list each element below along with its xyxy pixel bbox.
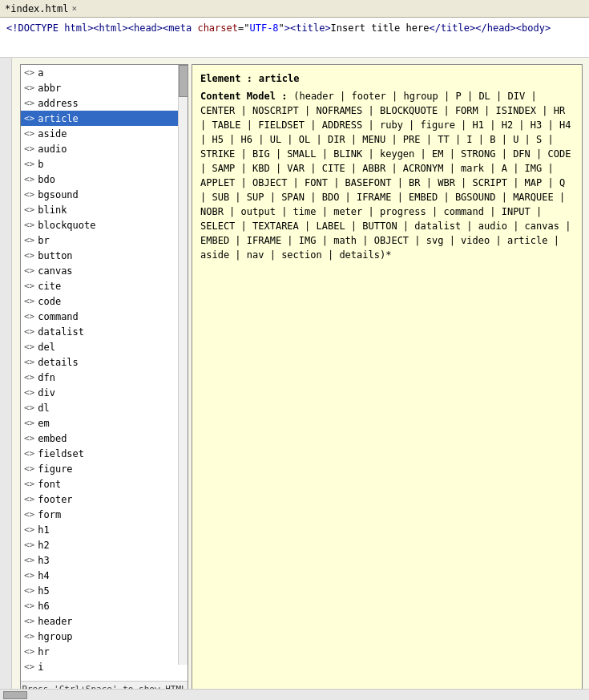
autocomplete-item[interactable]: <>hr (21, 644, 188, 659)
item-label: code (38, 296, 61, 307)
autocomplete-scrollbar[interactable] (178, 65, 188, 665)
autocomplete-item[interactable]: <>i (21, 659, 188, 674)
autocomplete-item[interactable]: <>address (21, 95, 188, 111)
autocomplete-item[interactable]: <>h3 (21, 552, 188, 568)
autocomplete-items-container: <>a<>abbr<>address<>article<>aside<>audi… (21, 65, 188, 674)
autocomplete-item[interactable]: <>blockquote (21, 217, 188, 233)
autocomplete-item[interactable]: <>datalist (21, 324, 188, 339)
autocomplete-item[interactable]: <>canvas (21, 263, 188, 278)
tag-icon: <> (24, 174, 34, 184)
item-label: bgsound (38, 189, 79, 200)
tag-icon: <> (24, 448, 34, 459)
autocomplete-item[interactable]: <>font (21, 476, 188, 492)
item-label: del (38, 342, 55, 353)
autocomplete-item[interactable]: <>bgsound (21, 187, 188, 202)
item-label: h3 (38, 555, 49, 566)
element-value: article (259, 73, 300, 84)
tag-icon: <> (24, 113, 34, 123)
editor-line-content: <!DOCTYPE html><html><head><meta charset… (6, 22, 551, 34)
item-label: fieldset (38, 448, 84, 459)
item-label: hgroup (38, 631, 72, 642)
autocomplete-item[interactable]: <>div (21, 385, 188, 400)
autocomplete-popup[interactable]: <>a<>abbr<>address<>article<>aside<>audi… (20, 64, 188, 698)
autocomplete-item[interactable]: <>h2 (21, 537, 188, 552)
tag-icon: <> (24, 601, 34, 611)
item-label: font (38, 479, 61, 490)
item-label: dfn (38, 372, 55, 383)
item-label: br (38, 235, 49, 246)
item-label: button (38, 250, 72, 261)
tag-icon: <> (24, 662, 34, 672)
autocomplete-item[interactable]: <>h6 (21, 598, 188, 613)
tag-icon: <> (24, 281, 34, 291)
tag-icon: <> (24, 357, 34, 367)
autocomplete-item[interactable]: <>command (21, 309, 188, 324)
autocomplete-item[interactable]: <>bdo (21, 172, 188, 187)
left-gutter (0, 58, 12, 699)
tag-icon: <> (24, 342, 34, 352)
item-label: audio (38, 144, 67, 155)
autocomplete-item[interactable]: <>h4 (21, 568, 188, 583)
tag-icon: <> (24, 235, 34, 245)
autocomplete-item[interactable]: <>b (21, 156, 188, 172)
autocomplete-item[interactable]: <>header (21, 613, 188, 629)
autocomplete-item[interactable]: <>footer (21, 492, 188, 507)
tag-icon: <> (24, 265, 34, 276)
element-title-row: Element : article (200, 71, 574, 86)
scrollbar-track[interactable] (179, 65, 188, 665)
autocomplete-item[interactable]: <>em (21, 415, 188, 431)
item-label: footer (38, 494, 72, 505)
item-label: h4 (38, 570, 49, 581)
tag-icon: <> (24, 296, 34, 306)
autocomplete-item[interactable]: <>details (21, 354, 188, 370)
item-label: i (38, 662, 43, 673)
autocomplete-item[interactable]: <>del (21, 339, 188, 354)
editor-area[interactable]: <!DOCTYPE html><html><head><meta charset… (0, 18, 589, 58)
autocomplete-item[interactable]: <>code (21, 293, 188, 309)
autocomplete-item[interactable]: <>br (21, 233, 188, 248)
tag-icon: <> (24, 128, 34, 139)
item-label: blockquote (38, 220, 95, 231)
scrollbar-thumb[interactable] (179, 65, 188, 97)
autocomplete-item[interactable]: <>article (21, 111, 188, 126)
tab-title[interactable]: *index.html (5, 3, 68, 14)
item-label: header (38, 616, 72, 627)
autocomplete-item[interactable]: <>cite (21, 278, 188, 293)
autocomplete-item[interactable]: <>fieldset (21, 446, 188, 461)
autocomplete-list: <>a<>abbr<>address<>article<>aside<>audi… (21, 65, 188, 681)
item-label: command (38, 311, 79, 322)
autocomplete-item[interactable]: <>h5 (21, 583, 188, 598)
item-label: a (38, 67, 43, 79)
tag-icon: <> (24, 524, 34, 535)
autocomplete-item[interactable]: <>figure (21, 461, 188, 476)
autocomplete-item[interactable]: <>a (21, 65, 188, 80)
tag-icon: <> (24, 220, 34, 230)
autocomplete-item[interactable]: <>dl (21, 400, 188, 415)
h-scroll-thumb[interactable] (3, 691, 27, 699)
autocomplete-item[interactable]: <>abbr (21, 80, 188, 95)
autocomplete-item[interactable]: <>embed (21, 431, 188, 446)
bottom-scrollbar[interactable] (0, 689, 589, 700)
autocomplete-item[interactable]: <>h1 (21, 522, 188, 537)
item-label: h2 (38, 540, 49, 551)
tag-icon: <> (24, 144, 34, 154)
tab-close-button[interactable]: × (71, 3, 77, 14)
title-bar: *index.html × (0, 0, 589, 18)
autocomplete-item[interactable]: <>button (21, 248, 188, 263)
tag-icon: <> (24, 555, 34, 565)
autocomplete-item[interactable]: <>audio (21, 141, 188, 156)
autocomplete-item[interactable]: <>form (21, 507, 188, 522)
autocomplete-item[interactable]: <>dfn (21, 370, 188, 385)
tag-icon: <> (24, 67, 34, 78)
autocomplete-item[interactable]: <>aside (21, 126, 188, 141)
autocomplete-item[interactable]: <>hgroup (21, 629, 188, 644)
tag-icon: <> (24, 98, 34, 108)
tag-icon: <> (24, 418, 34, 428)
autocomplete-item[interactable]: <>blink (21, 202, 188, 217)
tag-icon: <> (24, 189, 34, 200)
item-label: dl (38, 403, 49, 414)
item-label: cite (38, 281, 61, 292)
info-panel: Element : article Content Model : (heade… (192, 64, 583, 698)
tag-icon: <> (24, 509, 34, 520)
item-label: blink (38, 204, 67, 216)
